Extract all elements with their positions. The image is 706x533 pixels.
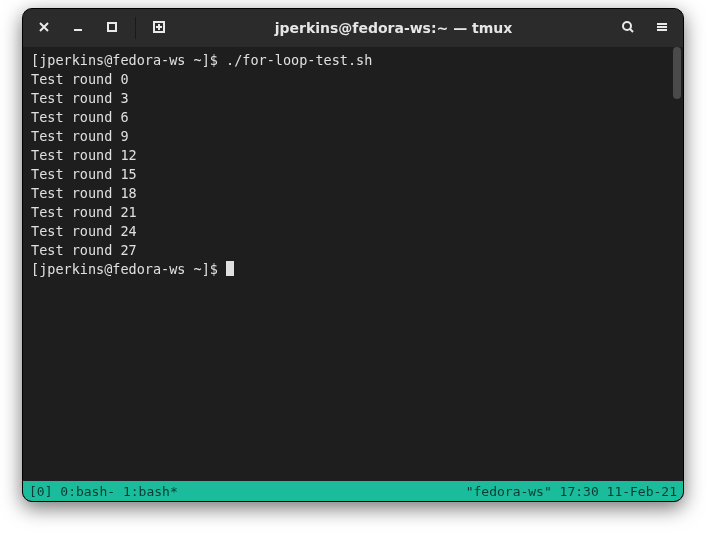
menu-button[interactable] — [647, 13, 677, 43]
titlebar-separator — [135, 17, 136, 39]
terminal-viewport[interactable]: [jperkins@fedora-ws ~]$ ./for-loop-test.… — [23, 47, 683, 481]
cursor — [226, 261, 234, 276]
hamburger-icon — [655, 20, 669, 37]
output-line: Test round 0 — [31, 70, 675, 89]
output-line: Test round 6 — [31, 108, 675, 127]
search-button[interactable] — [613, 13, 643, 43]
output-line: Test round 12 — [31, 146, 675, 165]
command-line: [jperkins@fedora-ws ~]$ ./for-loop-test.… — [31, 51, 675, 70]
new-tab-icon — [152, 20, 166, 37]
titlebar: jperkins@fedora-ws:~ — tmux — [23, 9, 683, 47]
svg-point-2 — [623, 22, 631, 30]
entered-command: ./for-loop-test.sh — [226, 52, 372, 68]
output-line: Test round 3 — [31, 89, 675, 108]
output-line: Test round 15 — [31, 165, 675, 184]
prompt: [jperkins@fedora-ws ~]$ — [31, 52, 226, 68]
output-line: Test round 18 — [31, 184, 675, 203]
tmux-statusbar: [0] 0:bash- 1:bash* "fedora-ws" 17:30 11… — [23, 481, 683, 501]
new-tab-button[interactable] — [144, 13, 174, 43]
close-icon — [37, 20, 51, 37]
output-line: Test round 9 — [31, 127, 675, 146]
terminal-window: jperkins@fedora-ws:~ — tmux [jperkins@fe… — [22, 8, 684, 502]
status-right: "fedora-ws" 17:30 11-Feb-21 — [466, 484, 677, 499]
maximize-button[interactable] — [97, 13, 127, 43]
search-icon — [621, 20, 635, 37]
minimize-icon — [71, 20, 85, 37]
terminal-output: Test round 0Test round 3Test round 6Test… — [31, 70, 675, 260]
window-title: jperkins@fedora-ws:~ — tmux — [174, 20, 613, 36]
maximize-icon — [105, 20, 119, 37]
status-left: [0] 0:bash- 1:bash* — [29, 484, 466, 499]
titlebar-right-controls — [613, 13, 677, 43]
output-line: Test round 27 — [31, 241, 675, 260]
scrollbar-thumb[interactable] — [673, 47, 681, 99]
minimize-button[interactable] — [63, 13, 93, 43]
output-line: Test round 24 — [31, 222, 675, 241]
idle-prompt-line: [jperkins@fedora-ws ~]$ — [31, 260, 675, 279]
close-button[interactable] — [29, 13, 59, 43]
output-line: Test round 21 — [31, 203, 675, 222]
svg-rect-0 — [108, 23, 116, 31]
titlebar-left-controls — [29, 13, 174, 43]
prompt: [jperkins@fedora-ws ~]$ — [31, 261, 226, 277]
